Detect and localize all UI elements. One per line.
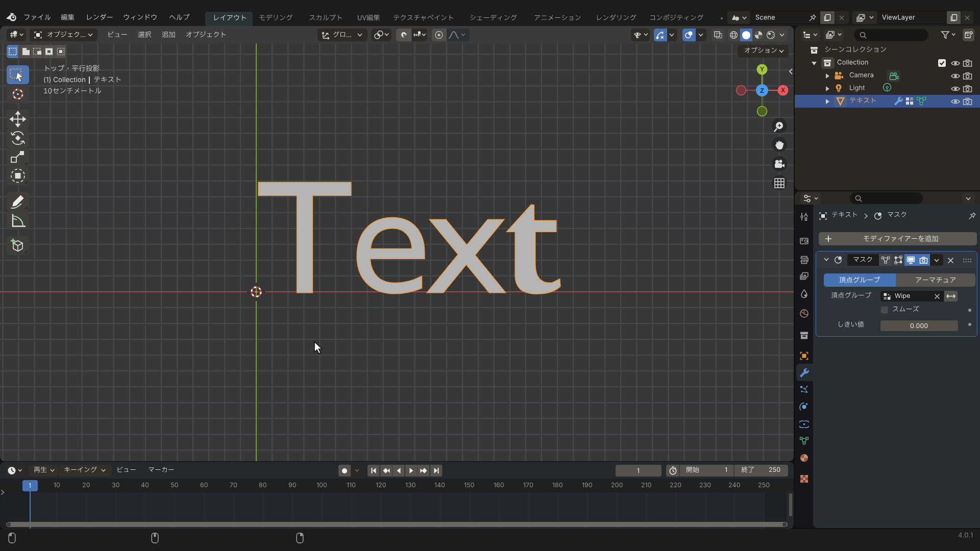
svg-text:Y: Y (760, 66, 764, 73)
svg-text:X: X (781, 87, 785, 94)
svg-text:Z: Z (760, 87, 764, 94)
